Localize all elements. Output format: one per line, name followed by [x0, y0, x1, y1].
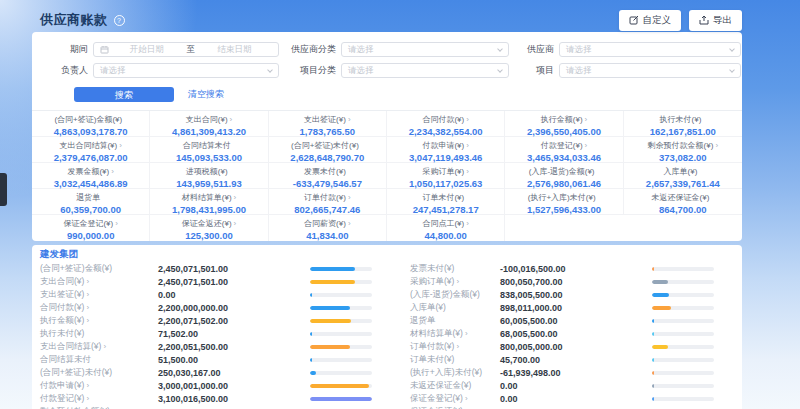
metric-label[interactable]: 退货单 [410, 315, 436, 325]
summary-card[interactable]: 付款登记(¥)› 3,465,934,033.46 [505, 137, 623, 163]
summary-card[interactable]: 付款申请(¥)› 3,047,119,493.46 [387, 137, 505, 163]
supplier-select[interactable]: 请选择 [559, 42, 741, 57]
metric-bar-fill [652, 384, 654, 388]
metric-label[interactable]: 材料结算单(¥) [410, 328, 463, 338]
metric-label[interactable]: 订单付款(¥) [410, 341, 454, 351]
date-range-separator: 至 [184, 44, 197, 56]
start-date-placeholder[interactable]: 开始日期 [109, 44, 184, 56]
summary-card[interactable]: 材料结算单(¥)› 1,798,431,995.00 [150, 189, 268, 215]
group-detail-card: 建发集团 (合同+签证)金额(¥)› 2,450,071,501.00 支出合同… [32, 245, 742, 409]
summary-card[interactable]: 保证金返还(¥)› 125,300.00 [150, 215, 268, 241]
metric-label[interactable]: 保证金返还(¥) [410, 406, 463, 409]
summary-card[interactable]: 采购订单(¥)› 1,050,117,025.63 [387, 163, 505, 189]
metric-label[interactable]: 保证金登记(¥) [410, 393, 463, 403]
summary-value: 143,959,511.93 [150, 178, 267, 189]
metric-bar-fill [310, 319, 351, 323]
summary-card[interactable]: 订单付款(¥)› 802,665,747.46 [269, 189, 387, 215]
export-button[interactable]: 导出 [689, 10, 742, 31]
metric-label[interactable]: 发票未付(¥) [410, 263, 454, 273]
metric-bar [652, 397, 714, 401]
summary-card[interactable]: 合同付款(¥)› 2,234,382,554.00 [387, 111, 505, 137]
summary-card[interactable]: 执行金额(¥)› 2,396,550,405.00 [505, 111, 623, 137]
summary-card[interactable]: 合同结算未付› 145,093,533.00 [150, 137, 268, 163]
summary-card[interactable]: 进项税额(¥)› 143,959,511.93 [150, 163, 268, 189]
metric-label[interactable]: 入库单(¥) [410, 302, 446, 312]
project-category-select[interactable]: 请选择 [341, 63, 509, 78]
summary-label: 订单未付(¥)› [387, 192, 504, 203]
metric-label[interactable]: 执行未付(¥) [40, 328, 84, 338]
metric-label[interactable]: (合同+签证)未付(¥) [40, 367, 112, 377]
group-link[interactable]: 建发集团 [40, 248, 742, 260]
summary-card[interactable]: 发票未付(¥)› -633,479,546.57 [269, 163, 387, 189]
metric-label[interactable]: 支出合同结算(¥) [40, 341, 101, 351]
metric-value: 800,005,000.00 [500, 342, 652, 352]
metric-label[interactable]: (入库-退货)金额(¥) [410, 289, 480, 299]
summary-card[interactable]: (合同+签证)未付(¥)› 2,628,648,790.70 [269, 137, 387, 163]
metric-label[interactable]: 支出签证(¥) [40, 289, 84, 299]
metric-label[interactable]: 合同结算未付 [40, 354, 91, 364]
metric-bar-fill [652, 280, 668, 284]
metric-label[interactable]: 支出合同(¥) [40, 276, 84, 286]
summary-card[interactable]: 合同薪资(¥)› 41,834.00 [269, 215, 387, 241]
summary-card[interactable]: › [624, 215, 742, 241]
project-select[interactable]: 请选择 [559, 63, 741, 78]
metric-label[interactable]: 执行金额(¥) [40, 315, 84, 325]
summary-value: 990,000.00 [32, 230, 149, 241]
owner-select[interactable]: 请选择 [93, 63, 279, 78]
end-date-placeholder[interactable]: 结束日期 [197, 44, 272, 56]
metric-label[interactable]: 合同付款(¥) [40, 302, 84, 312]
summary-card[interactable]: 剩余预付款金额(¥)› 373,082.00 [624, 137, 742, 163]
customize-button[interactable]: 自定义 [619, 10, 682, 31]
summary-card[interactable]: 支出合同结算(¥)› 2,379,476,087.00 [32, 137, 150, 163]
chevron-right-icon: › [86, 316, 89, 325]
side-drawer-handle[interactable] [0, 173, 7, 206]
metric-label[interactable]: 剩余预付款金额(¥) [40, 406, 110, 409]
metric-bar-fill [652, 319, 654, 323]
summary-card[interactable]: 未返还保证金(¥)› 864,700.00 [624, 189, 742, 215]
metric-label[interactable]: 付款登记(¥) [40, 393, 84, 403]
chevron-right-icon: › [465, 394, 468, 403]
metric-row: 订单未付(¥)› 45,700.00 [386, 353, 742, 366]
metric-bar-fill [310, 267, 355, 271]
summary-card[interactable]: 合同点工(¥)› 44,800.00 [387, 215, 505, 241]
metric-value: 0.00 [158, 290, 310, 300]
supplier-category-select[interactable]: 请选择 [341, 42, 509, 57]
metric-label[interactable]: 未返还保证金(¥) [410, 380, 471, 390]
summary-card[interactable]: (执行+入库)未付(¥)› 1,527,596,433.00 [505, 189, 623, 215]
summary-card[interactable]: 退货单› 60,359,700.00 [32, 189, 150, 215]
project-category-label: 项目分类 [284, 64, 336, 77]
search-button[interactable]: 搜索 [74, 87, 174, 102]
metric-label[interactable]: 采购订单(¥) [410, 276, 454, 286]
summary-card[interactable]: 支出签证(¥)› 1,783,765.50 [269, 111, 387, 137]
metric-label[interactable]: (合同+签证)金额(¥) [40, 263, 112, 273]
metric-row: 执行金额(¥)› 2,200,071,502.00 [40, 314, 386, 327]
summary-card[interactable]: › [505, 215, 623, 241]
summary-value: 4,863,093,178.70 [32, 126, 149, 137]
summary-card[interactable]: 执行未付(¥)› 162,167,851.00 [624, 111, 742, 137]
chevron-right-icon: › [111, 167, 114, 176]
metric-row: 采购订单(¥)› 800,050,700.00 [386, 275, 742, 288]
metric-label[interactable]: (执行+入库)未付(¥) [410, 367, 482, 377]
metric-value: 800,050,700.00 [500, 277, 652, 287]
clear-search-link[interactable]: 清空搜索 [188, 88, 224, 101]
summary-card[interactable]: (入库-退货)金额(¥)› 2,576,980,061.46 [505, 163, 623, 189]
metric-label[interactable]: 订单未付(¥) [410, 354, 454, 364]
metric-label[interactable]: 付款申请(¥) [40, 380, 84, 390]
summary-value: -633,479,546.57 [269, 178, 386, 189]
metric-value: 3,000,001,000.00 [158, 381, 310, 391]
summary-value: 2,628,648,790.70 [269, 152, 386, 163]
filter-section: 期间 开始日期 至 结束日期 供应商分类 请选择 供应商 [32, 32, 742, 102]
summary-card[interactable]: (合同+签证)金额(¥)› 4,863,093,178.70 [32, 111, 150, 137]
filter-and-summary-card: 期间 开始日期 至 结束日期 供应商分类 请选择 供应商 [32, 32, 742, 241]
summary-card[interactable]: 订单未付(¥)› 247,451,278.17 [387, 189, 505, 215]
metric-bar [310, 397, 372, 401]
metric-bar [652, 280, 714, 284]
summary-label: 付款登记(¥)› [505, 140, 622, 151]
period-date-range-input[interactable]: 开始日期 至 结束日期 [93, 42, 279, 57]
summary-card[interactable]: 保证金登记(¥)› 990,000.00 [32, 215, 150, 241]
help-icon[interactable]: ? [114, 15, 125, 26]
summary-card[interactable]: 入库单(¥)› 2,657,339,761.44 [624, 163, 742, 189]
summary-card[interactable]: 支出合同(¥)› 4,861,309,413.20 [150, 111, 268, 137]
metric-bar [652, 319, 714, 323]
summary-card[interactable]: 发票金额(¥)› 3,032,454,486.89 [32, 163, 150, 189]
